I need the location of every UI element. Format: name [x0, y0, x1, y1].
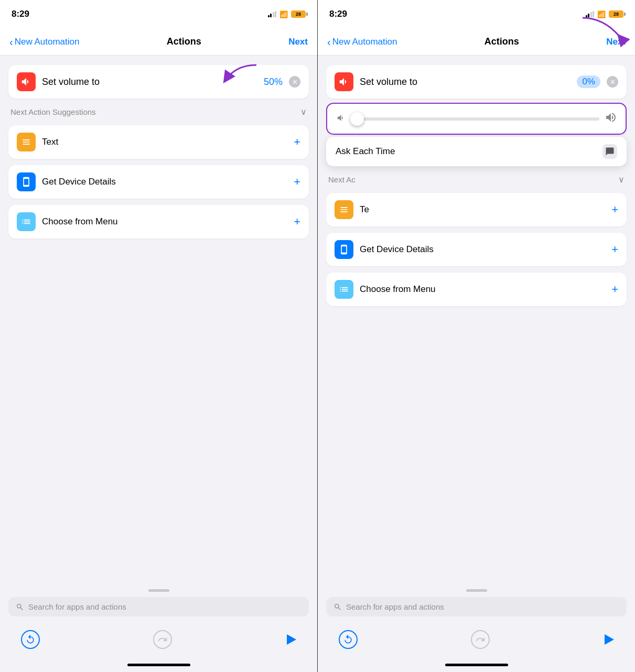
status-icons-right: 📶 28	[586, 10, 624, 18]
list-label-menu-left: Choose from Menu	[42, 216, 287, 227]
bottom-area-left: Search for apps and actions	[0, 585, 317, 622]
ask-each-time-icon	[602, 144, 617, 159]
search-icon-left	[16, 603, 24, 611]
bottom-area-right: Search for apps and actions	[318, 585, 635, 622]
action-card-container-right: Set volume to 0% ✕	[326, 65, 627, 166]
nav-back-text-right[interactable]: New Automation	[332, 37, 397, 47]
home-bar-right	[445, 664, 508, 666]
play-button-left[interactable]	[285, 634, 296, 645]
battery-icon-right: 28	[609, 10, 623, 18]
suggestions-header-right: Next Ac ∨	[326, 172, 627, 187]
undo-button-left[interactable]	[21, 630, 40, 649]
volume-track[interactable]	[350, 117, 599, 121]
volume-slider-row	[336, 111, 617, 126]
search-bar-right[interactable]: Search for apps and actions	[326, 597, 627, 616]
list-item-text-left[interactable]: Text +	[8, 125, 309, 159]
list-item-device-right[interactable]: Get Device Details +	[326, 233, 627, 266]
play-button-right[interactable]	[603, 634, 614, 645]
action-text-right: Set volume to	[360, 77, 571, 88]
suggestions-header-left: Next Action Suggestions ∨	[8, 105, 309, 119]
search-text-right[interactable]: Search for apps and actions	[346, 602, 444, 611]
bottom-toolbar-right	[318, 622, 635, 657]
nav-next-right[interactable]: Next	[606, 37, 626, 47]
home-indicator-left	[0, 657, 317, 672]
signal-icon-right	[586, 11, 595, 17]
purple-arrow-left	[204, 60, 267, 91]
nav-back-left[interactable]: ‹ New Automation	[9, 37, 79, 47]
list-label-text-right: Te	[360, 204, 605, 215]
list-icon-text-right	[335, 200, 353, 219]
list-plus-text-right[interactable]: +	[611, 203, 618, 216]
left-screen: 8:29 📶 28 ‹ New Automation Actions Next	[0, 0, 317, 672]
nav-bar-left: ‹ New Automation Actions Next	[0, 28, 317, 56]
ask-each-time-dropdown[interactable]: Ask Each Time	[326, 137, 627, 166]
drag-handle-left	[148, 589, 169, 592]
list-icon-device-right	[335, 240, 353, 259]
wifi-icon-left: 📶	[279, 10, 288, 18]
volume-slider-card[interactable]	[326, 103, 627, 135]
nav-area-right: ‹ New Automation Actions Next	[318, 28, 635, 56]
battery-icon-left: 28	[291, 10, 306, 18]
status-time-left: 8:29	[12, 9, 29, 19]
ask-each-time-text: Ask Each Time	[336, 146, 395, 157]
list-label-text-left: Text	[42, 137, 287, 147]
list-item-menu-right[interactable]: Choose from Menu +	[326, 273, 627, 306]
home-bar-left	[127, 664, 190, 666]
status-bar-right: 8:29 📶 28	[318, 0, 635, 28]
action-card-right[interactable]: Set volume to 0% ✕	[326, 65, 627, 99]
list-item-menu-left[interactable]: Choose from Menu +	[8, 205, 309, 239]
nav-title-right: Actions	[485, 36, 519, 47]
list-icon-text-left	[17, 133, 36, 151]
list-plus-device-right[interactable]: +	[611, 243, 618, 256]
list-item-device-left[interactable]: Get Device Details +	[8, 165, 309, 199]
list-icon-menu-left	[17, 212, 36, 231]
action-close-right[interactable]: ✕	[607, 76, 618, 88]
action-close-left[interactable]: ✕	[289, 76, 300, 88]
suggestions-label-right: Next Ac	[328, 175, 356, 184]
drag-handle-right	[466, 589, 487, 592]
status-bar-left: 8:29 📶 28	[0, 0, 317, 28]
action-card-container-left: Set volume to 50% ✕	[8, 65, 309, 99]
nav-title-left: Actions	[167, 36, 201, 47]
volume-high-icon	[605, 111, 617, 126]
redo-button-right[interactable]	[471, 630, 490, 649]
nav-back-text-left[interactable]: New Automation	[15, 37, 80, 47]
bottom-toolbar-left	[0, 622, 317, 657]
list-plus-text-left[interactable]: +	[294, 135, 300, 149]
nav-back-right[interactable]: ‹ New Automation	[327, 37, 397, 47]
chevron-down-right[interactable]: ∨	[618, 175, 625, 185]
content-left: Set volume to 50% ✕ Next Action Suggesti…	[0, 56, 317, 585]
list-icon-menu-right	[335, 280, 353, 299]
list-label-device-left: Get Device Details	[42, 177, 287, 187]
home-indicator-right	[318, 657, 635, 672]
signal-icon-left	[268, 11, 277, 17]
redo-button-left[interactable]	[153, 630, 172, 649]
content-right: Set volume to 0% ✕	[318, 56, 635, 585]
list-plus-menu-left[interactable]: +	[294, 215, 300, 229]
nav-bar-right: ‹ New Automation Actions Next	[318, 28, 635, 56]
back-chevron-left: ‹	[9, 37, 13, 47]
status-time-right: 8:29	[329, 9, 347, 19]
search-text-left[interactable]: Search for apps and actions	[28, 602, 126, 611]
wifi-icon-right: 📶	[597, 10, 606, 18]
nav-next-left[interactable]: Next	[288, 37, 308, 47]
search-icon-right	[333, 603, 342, 611]
volume-icon-right	[335, 72, 353, 91]
list-icon-device-left	[17, 172, 36, 191]
list-plus-menu-right[interactable]: +	[611, 283, 618, 296]
list-plus-device-left[interactable]: +	[294, 175, 300, 189]
undo-button-right[interactable]	[339, 630, 358, 649]
suggestions-label-left: Next Action Suggestions	[10, 107, 96, 116]
chevron-down-left[interactable]: ∨	[300, 107, 307, 117]
volume-low-icon	[336, 113, 345, 125]
volume-thumb[interactable]	[350, 112, 364, 126]
list-label-menu-right: Choose from Menu	[360, 284, 605, 295]
list-label-device-right: Get Device Details	[360, 244, 605, 255]
list-item-text-right[interactable]: Te +	[326, 193, 627, 226]
right-screen: 8:29 📶 28 ‹ New Automation Actions Next	[318, 0, 635, 672]
action-value-right[interactable]: 0%	[577, 75, 600, 88]
status-icons-left: 📶 28	[268, 10, 306, 18]
search-bar-left[interactable]: Search for apps and actions	[8, 597, 309, 616]
volume-icon-left	[17, 72, 36, 91]
back-chevron-right: ‹	[327, 37, 331, 47]
